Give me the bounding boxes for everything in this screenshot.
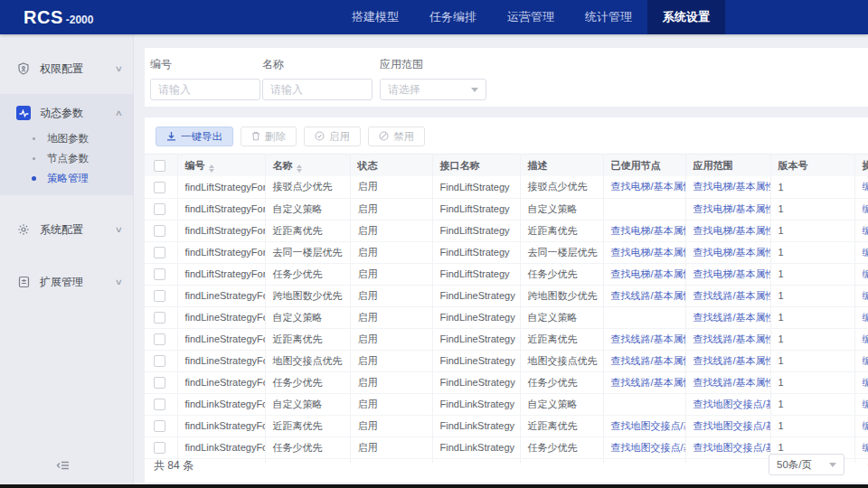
edit-link[interactable]: 编辑 [863,333,868,344]
cell-version: 1 [770,285,854,306]
edit-link[interactable]: 编辑 [863,377,868,388]
select-all-checkbox[interactable] [154,160,165,172]
table-footer: 共 84 条 50条/页 ‹ [145,446,868,483]
cell-desc: 自定义策略 [520,198,603,220]
cell-interface: FindLineStrategy [432,328,520,350]
edit-link[interactable]: 编辑 [863,312,868,323]
row-checkbox[interactable] [154,333,165,345]
sidebar-item-extension-management[interactable]: 扩展管理 ∨ [0,264,133,300]
used-nodes-link[interactable]: 查找线路/基本属性/查找 [611,355,686,366]
row-checkbox[interactable] [154,399,165,410]
table-row: findLiftStrategyForTa... 任务少优先 启用 FindLi… [145,263,868,285]
filter-scope-select[interactable]: 请选择 [380,79,486,100]
edit-link[interactable]: 编辑 [863,203,868,214]
row-checkbox[interactable] [154,377,165,389]
slash-circle-icon [379,131,389,143]
filter-name-input[interactable]: 请输入 [262,79,373,100]
page-size-value: 50条/页 [777,458,812,472]
sidebar-item-dynamic-params[interactable]: 动态参数 ∧ [0,98,133,128]
sort-icon[interactable] [209,164,214,173]
cell-id: findLineStrategyForT... [177,371,265,393]
row-checkbox[interactable] [154,247,165,258]
row-checkbox[interactable] [154,312,165,324]
cell-version: 1 [770,371,854,393]
scope-link[interactable]: 查找地图交接点/基本属性 [693,399,771,409]
cell-desc: 跨地图数少优先 [520,285,603,306]
sidebar-subitem-map-params[interactable]: 地图参数 [0,128,133,148]
logo-text-sub: -2000 [66,3,94,37]
filter-id-input[interactable]: 请输入 [150,79,260,100]
row-checkbox[interactable] [154,203,165,215]
export-button[interactable]: 一键导出 [156,127,233,146]
row-checkbox[interactable] [154,182,165,193]
column-header-name[interactable]: 名称 [265,155,350,176]
scope-link[interactable]: 查找电梯/基本属性/查找 [693,181,771,192]
edit-link[interactable]: 编辑 [863,225,868,236]
sidebar-item-permission-config[interactable]: 权限配置 ∨ [0,51,133,87]
page-size-select[interactable]: 50条/页 [769,454,844,475]
row-checkbox[interactable] [154,420,165,432]
cell-version: 1 [770,176,854,198]
sort-icon[interactable] [297,164,302,173]
delete-button[interactable]: 删除 [241,127,297,146]
sidebar-subitem-label: 节点参数 [47,152,89,165]
scope-link[interactable]: 查找电梯/基本属性/查找 [693,268,771,279]
scope-link[interactable]: 查找线路/基本属性/查找 [693,290,771,301]
nav-item-statistics[interactable]: 统计管理 [570,0,647,34]
cell-desc: 接驳点少优先 [520,176,603,198]
cell-interface: FindLinkStrategy [432,415,520,436]
sidebar-subitem-node-params[interactable]: 节点参数 [0,148,133,168]
edit-link[interactable]: 编辑 [863,247,868,258]
edit-link[interactable]: 编辑 [863,420,868,431]
sidebar-item-system-config[interactable]: 系统配置 ∨ [0,211,133,248]
table-row: findLineStrategyForT... 任务少优先 启用 FindLin… [145,371,868,393]
row-checkbox[interactable] [154,290,165,302]
filter-name-placeholder: 请输入 [270,82,303,98]
cell-name: 任务少优先 [265,263,350,285]
row-checkbox[interactable] [154,268,165,280]
used-nodes-link[interactable]: 查找地图交接点/基本属性 [611,420,686,431]
used-nodes-link[interactable]: 查找电梯/基本属性/查找 [611,181,686,192]
nav-item-operations[interactable]: 运营管理 [492,0,570,34]
scope-link[interactable]: 查找电梯/基本属性/查找 [693,225,771,236]
used-nodes-link[interactable]: 查找线路/基本属性/查找 [611,377,686,388]
used-nodes-link[interactable]: 查找线路/基本属性/查找 [611,290,686,301]
chevron-down-icon [829,463,836,467]
cell-name: 去同一楼层优先 [265,241,350,263]
cell-id: findLinkStrategyFor... [177,415,265,436]
edit-link[interactable]: 编辑 [863,181,868,192]
cell-name: 跨地图数少优先 [265,285,350,306]
sidebar-group-dynamic-params: 动态参数 ∧ 地图参数 节点参数 策略管理 [0,94,133,195]
used-nodes-link[interactable]: 查找电梯/基本属性/查找 [611,247,686,258]
edit-link[interactable]: 编辑 [863,355,868,366]
download-icon [166,131,176,143]
edit-link[interactable]: 编辑 [863,290,868,301]
cell-name: 近距离优先 [265,328,350,350]
scope-link[interactable]: 查找线路/基本属性/查找 [693,333,771,344]
scope-link[interactable]: 查找电梯/基本属性/查找 [693,203,771,214]
enable-button[interactable]: 启用 [304,127,361,146]
scope-link[interactable]: 查找线路/基本属性/查找 [693,312,771,323]
used-nodes-link[interactable]: 查找电梯/基本属性/查找 [611,268,686,279]
scope-link[interactable]: 查找线路/基本属性/查找 [693,377,771,388]
used-nodes-link[interactable]: 查找线路/基本属性/查找 [611,333,686,344]
edit-link[interactable]: 编辑 [863,268,868,279]
cell-id: findLineStrategyFor... [177,306,265,328]
nav-item-build-model[interactable]: 搭建模型 [336,0,414,34]
nav-item-system-settings[interactable]: 系统设置 [647,0,725,34]
strategy-table-panel: 一键导出 删除 启用 禁用 [145,117,868,483]
row-checkbox[interactable] [154,355,165,367]
scope-link[interactable]: 查找线路/基本属性/查找 [693,355,771,366]
edit-link[interactable]: 编辑 [863,399,868,409]
cell-version: 1 [770,198,854,220]
nav-item-task-orchestration[interactable]: 任务编排 [414,0,492,34]
scope-link[interactable]: 查找电梯/基本属性/查找 [693,247,771,258]
row-checkbox[interactable] [154,225,165,237]
used-nodes-link[interactable]: 查找电梯/基本属性/查找 [611,225,686,236]
scope-link[interactable]: 查找地图交接点/基本属性 [693,420,771,431]
disable-button[interactable]: 禁用 [368,127,425,146]
sidebar-collapse-icon[interactable] [56,459,71,475]
sidebar-subitem-strategy-management[interactable]: 策略管理 [0,168,133,188]
cell-interface: FindLineStrategy [432,350,520,371]
column-header-id[interactable]: 编号 [177,155,265,176]
